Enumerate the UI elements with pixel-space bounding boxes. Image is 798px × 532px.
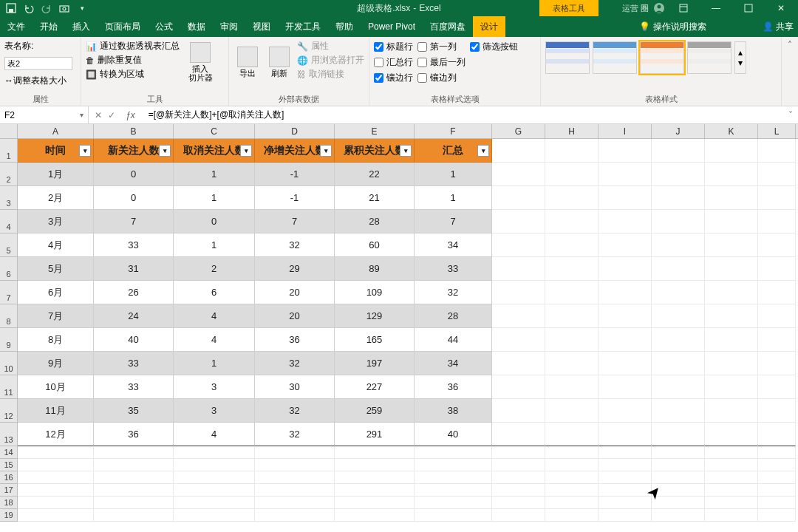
- cell[interactable]: [758, 471, 796, 484]
- cell[interactable]: [94, 471, 174, 484]
- cell[interactable]: [598, 375, 652, 399]
- cell[interactable]: [492, 446, 545, 459]
- cell[interactable]: [758, 328, 796, 352]
- tab-item[interactable]: 设计: [473, 16, 505, 37]
- cell[interactable]: [18, 509, 94, 522]
- cell[interactable]: [174, 471, 255, 484]
- cell[interactable]: 新关注人数▾: [94, 139, 174, 163]
- cell[interactable]: 60: [335, 233, 415, 257]
- cell[interactable]: [335, 484, 415, 497]
- chk-header-row[interactable]: 标题行: [374, 41, 413, 53]
- cell[interactable]: [705, 210, 758, 233]
- cell[interactable]: [492, 304, 545, 328]
- cell[interactable]: [652, 257, 705, 281]
- cell[interactable]: 汇总▾: [415, 139, 492, 163]
- column-header[interactable]: I: [598, 124, 652, 138]
- summarize-pivot-button[interactable]: 📊通过数据透视表汇总: [86, 40, 180, 52]
- cell[interactable]: [705, 139, 758, 163]
- cell[interactable]: 291: [335, 423, 415, 446]
- cell[interactable]: 109: [335, 281, 415, 304]
- cell[interactable]: [705, 375, 758, 399]
- cell[interactable]: [492, 459, 545, 471]
- row-header[interactable]: 4: [0, 210, 18, 233]
- cell[interactable]: [18, 459, 94, 471]
- cell[interactable]: [492, 484, 545, 497]
- cell[interactable]: [174, 497, 255, 509]
- cell[interactable]: [758, 446, 796, 459]
- cancel-formula-icon[interactable]: ✕: [95, 110, 102, 120]
- cell[interactable]: [94, 509, 174, 522]
- cell[interactable]: 33: [415, 257, 492, 281]
- cell[interactable]: [758, 497, 796, 509]
- style-thumb-3[interactable]: [640, 41, 684, 74]
- redo-icon[interactable]: [40, 1, 53, 15]
- row-header[interactable]: 2: [0, 163, 18, 186]
- cell[interactable]: [545, 446, 598, 459]
- maximize-button[interactable]: [734, 0, 763, 16]
- cell[interactable]: [652, 210, 705, 233]
- cell[interactable]: [705, 423, 758, 446]
- cell[interactable]: [545, 257, 598, 281]
- chk-banded-cols[interactable]: 镶边列: [417, 72, 466, 84]
- cell[interactable]: [335, 446, 415, 459]
- cell[interactable]: [255, 459, 335, 471]
- cell[interactable]: [598, 210, 652, 233]
- cell[interactable]: [492, 509, 545, 522]
- cell[interactable]: 2: [174, 257, 255, 281]
- cell[interactable]: [598, 497, 652, 509]
- cell[interactable]: [598, 352, 652, 375]
- cell[interactable]: 8月: [18, 328, 94, 352]
- row-header[interactable]: 15: [0, 459, 18, 471]
- cell[interactable]: 32: [255, 423, 335, 446]
- cell[interactable]: [705, 399, 758, 423]
- cell[interactable]: [545, 328, 598, 352]
- cell[interactable]: 38: [415, 399, 492, 423]
- row-header[interactable]: 8: [0, 304, 18, 328]
- cell[interactable]: 12月: [18, 423, 94, 446]
- cell[interactable]: 32: [255, 233, 335, 257]
- tab-item[interactable]: 帮助: [328, 16, 361, 37]
- cell[interactable]: 取消关注人数▾: [174, 139, 255, 163]
- filter-button[interactable]: ▾: [240, 145, 252, 157]
- cell[interactable]: [174, 484, 255, 497]
- cell[interactable]: [492, 163, 545, 186]
- ribbon-display-icon[interactable]: [669, 0, 698, 16]
- share-button[interactable]: 👤 共享: [763, 21, 794, 33]
- tab-item[interactable]: 数据: [180, 16, 213, 37]
- cell[interactable]: [174, 509, 255, 522]
- cell[interactable]: [758, 484, 796, 497]
- cell[interactable]: [255, 484, 335, 497]
- cell[interactable]: 40: [415, 423, 492, 446]
- cell[interactable]: [652, 509, 705, 522]
- filter-button[interactable]: ▾: [79, 145, 91, 157]
- cell[interactable]: [545, 186, 598, 210]
- cell[interactable]: 2月: [18, 186, 94, 210]
- chk-total-row[interactable]: 汇总行: [374, 56, 413, 69]
- cell[interactable]: [652, 163, 705, 186]
- cell[interactable]: [598, 139, 652, 163]
- cell[interactable]: [758, 186, 796, 210]
- cell[interactable]: [758, 399, 796, 423]
- chk-banded-rows[interactable]: 镶边行: [374, 72, 413, 84]
- cell[interactable]: [705, 328, 758, 352]
- remove-duplicates-button[interactable]: 🗑删除重复值: [86, 54, 180, 66]
- cell[interactable]: [652, 484, 705, 497]
- style-thumb-4[interactable]: [687, 41, 732, 74]
- cell[interactable]: [335, 459, 415, 471]
- cell[interactable]: 5月: [18, 257, 94, 281]
- row-header[interactable]: 6: [0, 257, 18, 281]
- cell[interactable]: [705, 186, 758, 210]
- cell[interactable]: 32: [255, 352, 335, 375]
- cell[interactable]: [255, 497, 335, 509]
- cell[interactable]: [705, 509, 758, 522]
- cell[interactable]: [598, 233, 652, 257]
- cell[interactable]: [18, 471, 94, 484]
- cell[interactable]: [598, 304, 652, 328]
- cell[interactable]: [652, 375, 705, 399]
- cell[interactable]: 20: [255, 281, 335, 304]
- cell[interactable]: 10月: [18, 375, 94, 399]
- cell[interactable]: [94, 459, 174, 471]
- row-header[interactable]: 9: [0, 328, 18, 352]
- row-header[interactable]: 19: [0, 509, 18, 522]
- tab-file[interactable]: 文件: [0, 16, 33, 37]
